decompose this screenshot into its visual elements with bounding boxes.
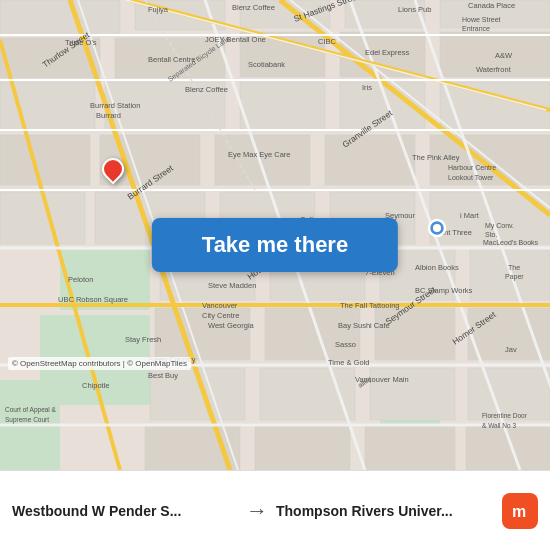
svg-rect-14 [440, 32, 550, 77]
svg-line-52 [415, 0, 550, 470]
svg-text:Howe Street: Howe Street [462, 16, 501, 23]
svg-text:Thurlow Street: Thurlow Street [40, 29, 92, 69]
svg-rect-10 [0, 38, 100, 78]
svg-text:UBC Robson Square: UBC Robson Square [58, 295, 128, 304]
svg-rect-36 [375, 308, 455, 360]
route-arrow: → [238, 498, 276, 524]
svg-rect-43 [255, 425, 350, 470]
destination-stop: Thompson Rivers Univer... [276, 503, 502, 519]
svg-text:Sasso: Sasso [335, 340, 356, 349]
svg-text:Supreme Court: Supreme Court [5, 416, 49, 424]
svg-rect-22 [215, 135, 310, 185]
svg-text:West Georgia: West Georgia [208, 321, 255, 330]
svg-text:Blenz Coffee: Blenz Coffee [185, 85, 228, 94]
map-container: Thurlow Street Burrard Street Howe Stree… [0, 0, 550, 470]
svg-text:Albion Books: Albion Books [415, 263, 459, 272]
svg-text:City Centre: City Centre [202, 311, 240, 320]
svg-text:Chipotle: Chipotle [82, 381, 110, 390]
svg-text:Best Buy: Best Buy [148, 371, 178, 380]
svg-rect-15 [0, 82, 95, 130]
map-attribution: © OpenStreetMap contributors | © OpenMap… [8, 357, 191, 370]
svg-text:Vancouver Main: Vancouver Main [355, 375, 409, 384]
svg-text:The Pink Alley: The Pink Alley [412, 153, 460, 162]
svg-rect-35 [265, 308, 360, 360]
svg-text:alley: alley [357, 375, 374, 390]
svg-text:Peloton: Peloton [68, 275, 93, 284]
svg-rect-9 [440, 0, 550, 28]
svg-text:Lions Pub: Lions Pub [398, 5, 431, 14]
svg-line-50 [0, 40, 120, 470]
svg-line-54 [130, 0, 550, 110]
svg-point-132 [429, 220, 445, 236]
svg-text:Court of Appeal &: Court of Appeal & [5, 406, 57, 414]
svg-rect-5 [0, 0, 120, 35]
svg-text:The: The [508, 264, 520, 271]
svg-rect-18 [340, 82, 425, 130]
svg-rect-25 [0, 192, 85, 244]
svg-text:A&W: A&W [495, 51, 513, 60]
svg-text:Stay Fresh: Stay Fresh [125, 335, 161, 344]
svg-line-65 [145, 0, 255, 190]
svg-text:Seymour Street: Seymour Street [383, 284, 438, 326]
svg-text:St Hastings Street: St Hastings Street [292, 0, 360, 24]
svg-text:i Mart: i Mart [460, 211, 480, 220]
svg-text:Entrance: Entrance [462, 25, 490, 32]
svg-text:Homer Street: Homer Street [450, 309, 498, 347]
svg-text:Harbour Centre: Harbour Centre [448, 164, 496, 171]
svg-text:Fujiya: Fujiya [148, 5, 169, 14]
svg-rect-41 [468, 368, 550, 420]
svg-text:Sto.: Sto. [485, 231, 498, 238]
svg-rect-11 [115, 38, 225, 78]
svg-rect-37 [468, 308, 550, 360]
take-me-there-button[interactable]: Take me there [152, 218, 398, 272]
svg-rect-44 [365, 425, 455, 470]
destination-stop-name: Thompson Rivers Univer... [276, 503, 466, 519]
svg-rect-20 [0, 135, 90, 185]
svg-text:The Fall Tattooing: The Fall Tattooing [340, 301, 399, 310]
svg-rect-16 [105, 82, 225, 130]
svg-rect-17 [240, 82, 325, 130]
svg-rect-38 [150, 368, 245, 420]
svg-text:Scotiabank: Scotiabank [248, 60, 285, 69]
origin-stop: Westbound W Pender S... [12, 503, 238, 519]
svg-text:Waterfront: Waterfront [476, 65, 512, 74]
svg-text:Time & Gold: Time & Gold [328, 358, 369, 367]
svg-text:Print Three: Print Three [435, 228, 472, 237]
svg-point-133 [433, 224, 441, 232]
svg-text:JOEY Bentall One: JOEY Bentall One [205, 35, 266, 44]
svg-rect-8 [345, 0, 425, 28]
svg-text:Burrard: Burrard [96, 111, 121, 120]
svg-text:Bay Sushi Cafe: Bay Sushi Cafe [338, 321, 390, 330]
svg-line-47 [290, 0, 550, 208]
red-pin-marker [102, 158, 124, 180]
svg-rect-24 [430, 135, 550, 185]
moovit-icon: m [502, 493, 538, 529]
svg-text:Eye Max Eye Care: Eye Max Eye Care [228, 150, 291, 159]
svg-text:Burrard Street: Burrard Street [125, 162, 175, 201]
svg-rect-39 [260, 368, 355, 420]
svg-rect-34 [155, 308, 250, 360]
svg-text:Canada Place: Canada Place [468, 1, 515, 10]
svg-text:Separated Bicycle Lane: Separated Bicycle Lane [167, 35, 232, 84]
svg-rect-3 [0, 380, 60, 470]
moovit-logo: m [502, 493, 538, 529]
origin-stop-name: Westbound W Pender S... [12, 503, 202, 519]
svg-rect-45 [466, 425, 550, 470]
svg-text:Paper: Paper [505, 273, 524, 281]
svg-line-55 [126, 0, 546, 110]
svg-rect-33 [470, 248, 550, 300]
svg-rect-29 [430, 192, 550, 244]
svg-rect-19 [440, 82, 550, 130]
svg-rect-1 [60, 250, 150, 310]
svg-rect-13 [340, 32, 425, 77]
svg-text:Iris: Iris [362, 83, 372, 92]
app: Thurlow Street Burrard Street Howe Stree… [0, 0, 550, 550]
svg-text:MacLeod's Books: MacLeod's Books [483, 239, 539, 246]
svg-text:Triple O's: Triple O's [65, 38, 97, 47]
svg-text:m: m [512, 503, 526, 520]
svg-rect-42 [145, 425, 240, 470]
svg-text:& Wall No 3: & Wall No 3 [482, 422, 516, 429]
svg-rect-40 [370, 368, 455, 420]
svg-text:Blenz Coffee: Blenz Coffee [232, 3, 275, 12]
svg-text:Bentall Centre: Bentall Centre [148, 55, 196, 64]
